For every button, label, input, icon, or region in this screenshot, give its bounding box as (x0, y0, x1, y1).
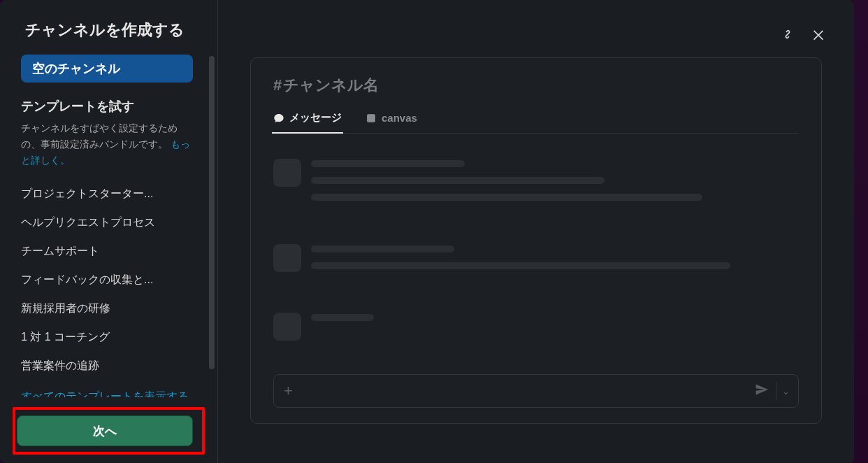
tab-messages[interactable]: メッセージ (273, 111, 342, 133)
channel-preview-card: #チャンネル名 メッセージ canvas (250, 57, 822, 424)
send-button-group: ⌄ (755, 382, 795, 401)
message-skeleton (273, 159, 799, 211)
close-icon[interactable] (811, 27, 826, 45)
template-sales-tracking[interactable]: 営業案件の追跡 (21, 352, 189, 380)
send-icon[interactable] (755, 383, 769, 399)
template-help-request[interactable]: ヘルプリクエストプロセス (21, 208, 189, 237)
next-button[interactable]: 次へ (17, 415, 193, 446)
channel-name-heading: #チャンネル名 (273, 75, 799, 96)
preview-pane: #チャンネル名 メッセージ canvas (218, 0, 854, 463)
message-skeleton (273, 313, 799, 341)
skeleton-line (311, 194, 702, 201)
scrollbar[interactable] (209, 56, 215, 369)
skeleton-line (311, 177, 605, 184)
preview-tabs: メッセージ canvas (273, 111, 799, 134)
message-composer[interactable]: + ⌄ (273, 374, 799, 408)
message-skeleton (273, 244, 799, 279)
canvas-icon (366, 113, 377, 124)
plus-icon[interactable]: + (284, 383, 293, 399)
sidebar-scroll[interactable]: 空のチャンネル テンプレートを試す チャンネルをすばやく設定するための、事前設定… (0, 55, 217, 399)
modal-top-actions (780, 27, 826, 45)
avatar-placeholder (273, 244, 301, 272)
show-all-templates-link[interactable]: すべてのテンプレートを表示する (21, 380, 189, 397)
create-channel-modal: チャンネルを作成する 空のチャンネル テンプレートを試す チャンネルをすばやく設… (0, 0, 854, 463)
skeleton-line (311, 262, 730, 269)
skeleton-line (311, 245, 454, 252)
blank-channel-option[interactable]: 空のチャンネル (21, 55, 193, 83)
backdrop-strip (854, 0, 868, 463)
messages-icon (273, 113, 284, 124)
skeleton-line (311, 314, 374, 321)
tab-canvas-label: canvas (382, 112, 417, 124)
avatar-placeholder (273, 159, 301, 187)
tab-messages-label: メッセージ (289, 111, 342, 124)
modal-title: チャンネルを作成する (0, 0, 217, 55)
channel-name-text: チャンネル名 (283, 76, 379, 94)
template-new-hire[interactable]: 新規採用者の研修 (21, 294, 189, 323)
sidebar-footer: 次へ (0, 399, 217, 463)
template-team-support[interactable]: チームサポート (21, 237, 189, 266)
send-options-chevron-icon[interactable]: ⌄ (776, 382, 795, 401)
template-coaching[interactable]: 1 対 1 コーチング (21, 323, 189, 352)
link-icon[interactable] (780, 27, 795, 45)
skeleton-line (311, 160, 465, 167)
tab-canvas[interactable]: canvas (366, 111, 417, 133)
templates-description: チャンネルをすばやく設定するための、事前設定済みバンドルです。 もっと詳しく。 (21, 120, 195, 169)
svg-rect-0 (368, 114, 375, 122)
avatar-placeholder (273, 313, 301, 341)
templates-heading: テンプレートを試す (21, 98, 195, 115)
template-feedback[interactable]: フィードバックの収集と... (21, 266, 189, 294)
hash-icon: # (273, 76, 282, 94)
template-project-starter[interactable]: プロジェクトスターター... (21, 180, 189, 208)
templates-description-text: チャンネルをすばやく設定するための、事前設定済みバンドルです。 (21, 122, 178, 150)
message-skeleton-list (273, 134, 799, 355)
sidebar: チャンネルを作成する 空のチャンネル テンプレートを試す チャンネルをすばやく設… (0, 0, 218, 463)
